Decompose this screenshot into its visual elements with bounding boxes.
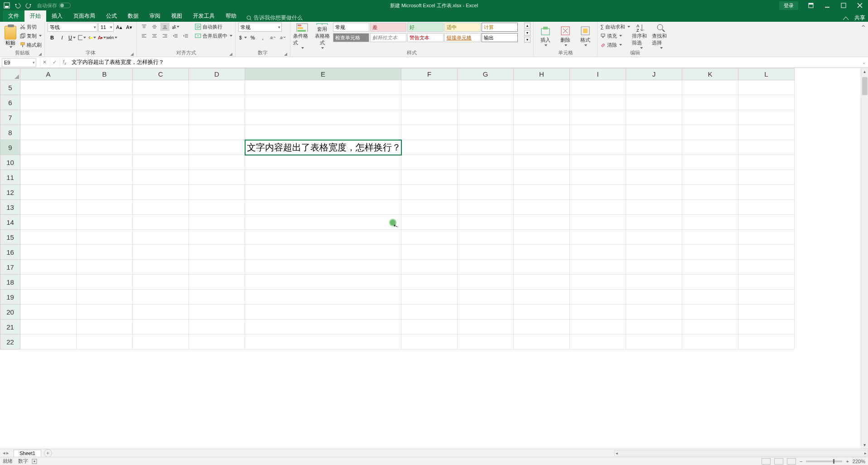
tab-file[interactable]: 文件 (3, 10, 24, 22)
cell[interactable] (245, 80, 401, 95)
cell[interactable] (570, 215, 626, 230)
paste-button[interactable]: 粘贴 (3, 23, 18, 48)
cell[interactable] (189, 320, 245, 334)
cell[interactable] (738, 275, 795, 290)
cell[interactable] (20, 95, 77, 110)
increase-font-icon[interactable]: A▴ (115, 23, 124, 31)
cell[interactable] (20, 80, 77, 95)
cell[interactable] (626, 140, 682, 155)
cell[interactable] (189, 275, 245, 290)
cell[interactable] (570, 80, 626, 95)
bold-button[interactable]: B (48, 34, 57, 42)
cell[interactable] (682, 245, 738, 260)
cell[interactable] (570, 95, 626, 110)
cell[interactable] (77, 95, 133, 110)
cell[interactable] (514, 230, 570, 245)
copy-button[interactable]: 复制 (20, 32, 42, 40)
autosave-toggle[interactable]: 自动保存 (37, 2, 71, 9)
align-middle-icon[interactable] (150, 23, 159, 31)
cell[interactable] (401, 260, 458, 275)
cell[interactable] (458, 170, 514, 185)
phonetic-button[interactable]: wén (107, 34, 116, 42)
cell[interactable] (458, 80, 514, 95)
cell[interactable] (682, 230, 738, 245)
cell[interactable] (682, 260, 738, 275)
cell[interactable] (245, 230, 401, 245)
cell[interactable] (133, 80, 189, 95)
cell[interactable] (682, 215, 738, 230)
normal-view-icon[interactable] (762, 458, 771, 465)
wrap-text-button[interactable]: 自动换行 (195, 23, 232, 31)
zoom-level[interactable]: 220% (853, 459, 865, 464)
cell[interactable] (738, 185, 795, 200)
cell[interactable] (682, 305, 738, 320)
zoom-slider[interactable] (806, 460, 842, 462)
cell[interactable] (189, 110, 245, 125)
orientation-icon[interactable]: ab (171, 23, 180, 31)
row-header[interactable]: 16 (0, 245, 20, 260)
cell[interactable] (738, 320, 795, 334)
vertical-scrollbar[interactable]: ▴▾ (861, 68, 868, 449)
cell[interactable] (738, 305, 795, 320)
cell[interactable] (245, 245, 401, 260)
cell[interactable] (458, 200, 514, 215)
style-cell[interactable]: 输出 (482, 33, 518, 42)
cell[interactable] (20, 230, 77, 245)
format-as-table-button[interactable]: 套用 表格格式 (313, 23, 331, 49)
cell[interactable] (20, 140, 77, 155)
row-header[interactable]: 7 (0, 110, 20, 125)
cell[interactable] (77, 170, 133, 185)
cell[interactable] (626, 275, 682, 290)
tab-帮助[interactable]: 帮助 (220, 10, 242, 22)
cell[interactable] (245, 290, 401, 305)
cell[interactable] (245, 320, 401, 334)
column-header[interactable]: G (458, 68, 514, 80)
fill-color-button[interactable] (87, 34, 96, 42)
cell[interactable] (626, 95, 682, 110)
cell[interactable] (570, 170, 626, 185)
cell[interactable] (401, 245, 458, 260)
cell[interactable] (626, 245, 682, 260)
cell[interactable] (738, 125, 795, 140)
style-cell[interactable]: 差 (370, 23, 406, 32)
cell[interactable] (77, 110, 133, 125)
cell[interactable] (77, 275, 133, 290)
cell[interactable] (458, 185, 514, 200)
cell[interactable] (133, 245, 189, 260)
cell[interactable] (245, 215, 401, 230)
cell[interactable] (514, 275, 570, 290)
cell[interactable] (133, 334, 189, 349)
row-header[interactable]: 22 (0, 334, 20, 349)
cell[interactable] (189, 305, 245, 320)
ribbon-display-icon[interactable] (803, 0, 819, 11)
cell[interactable] (514, 260, 570, 275)
sort-filter-button[interactable]: AZ排序和筛选 (632, 23, 650, 49)
cell[interactable] (401, 305, 458, 320)
cell[interactable] (626, 320, 682, 334)
decrease-decimal-icon[interactable]: .0 (278, 34, 287, 42)
close-icon[interactable] (852, 0, 868, 11)
cell[interactable] (401, 110, 458, 125)
cell[interactable] (570, 290, 626, 305)
cell[interactable] (20, 245, 77, 260)
decrease-indent-icon[interactable] (171, 32, 180, 40)
row-header[interactable]: 18 (0, 275, 20, 290)
cell[interactable] (570, 140, 626, 155)
dialog-launcher-icon[interactable]: ◢ (229, 52, 232, 56)
cell[interactable] (682, 170, 738, 185)
cell[interactable] (458, 140, 514, 155)
cell[interactable] (189, 185, 245, 200)
column-header[interactable]: J (626, 68, 682, 80)
login-button[interactable]: 登录 (779, 1, 798, 10)
cell[interactable] (77, 260, 133, 275)
sheet-tab[interactable]: Sheet1 (14, 450, 41, 456)
cell[interactable] (626, 110, 682, 125)
row-header[interactable]: 20 (0, 305, 20, 320)
cell[interactable] (20, 290, 77, 305)
comma-format-icon[interactable]: , (258, 34, 267, 42)
number-format-combo[interactable]: 常规 (238, 23, 282, 32)
cell[interactable] (738, 334, 795, 349)
font-name-combo[interactable]: 等线 (48, 23, 97, 32)
cell[interactable] (738, 200, 795, 215)
cell[interactable] (245, 275, 401, 290)
